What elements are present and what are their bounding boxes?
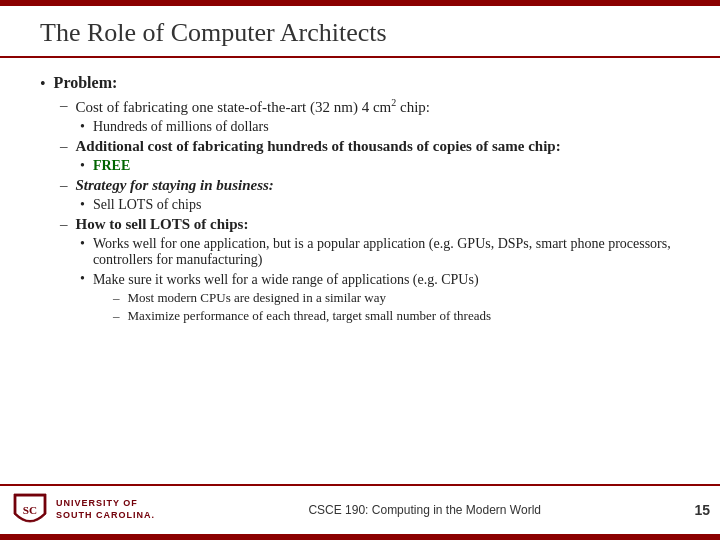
footer: SC UNIVERSITY OFSOUTH CAROLINA. CSCE 190… [0, 484, 720, 534]
sub-bullet-icon-3: • [80, 197, 85, 213]
how-to-sell-item: – How to sell LOTS of chips: [60, 216, 680, 233]
footer-page: 15 [694, 502, 710, 518]
footer-logo: SC UNIVERSITY OFSOUTH CAROLINA. [10, 490, 155, 530]
dash-icon-6: – [113, 308, 120, 324]
bullet-icon: • [40, 75, 46, 93]
popular-app-item: • Works well for one application, but is… [80, 236, 680, 268]
how-to-sell-section: – How to sell LOTS of chips: • Works wel… [60, 216, 680, 326]
how-to-sell-text: How to sell LOTS of chips: [76, 216, 249, 233]
strategy-item: – Strategy for staying in business: [60, 177, 680, 194]
sub-bullet-icon-5: • [80, 271, 85, 287]
additional-cost-item: – Additional cost of fabricating hundred… [60, 138, 680, 155]
strategy-text: Strategy for staying in business: [76, 177, 274, 194]
dash-icon: – [60, 97, 68, 114]
slide-title: The Role of Computer Architects [40, 18, 680, 48]
cpu-sub: – Most modern CPUs are designed in a sim… [113, 290, 491, 324]
problem-section: • Problem: – Cost of fabricating one sta… [40, 74, 680, 326]
free-text: FREE [93, 158, 130, 174]
modern-cpu-text: Most modern CPUs are designed in a simil… [127, 290, 386, 306]
maximize-item: – Maximize performance of each thread, t… [113, 308, 491, 324]
free-sub: • FREE [80, 158, 680, 174]
usc-name: UNIVERSITY OFSOUTH CAROLINA. [56, 498, 155, 521]
problem-item: • Problem: [40, 74, 680, 93]
sub-bullet-icon-4: • [80, 236, 85, 252]
popular-app-text: Works well for one application, but is a… [93, 236, 680, 268]
strategy-section: – Strategy for staying in business: • Se… [60, 177, 680, 213]
usc-logo-icon: SC [10, 490, 50, 530]
dash-icon-3: – [60, 177, 68, 194]
modern-cpu-item: – Most modern CPUs are designed in a sim… [113, 290, 491, 306]
cost-sub: • Hundreds of millions of dollars [80, 119, 680, 135]
dash-icon-5: – [113, 290, 120, 306]
sub-bullet-icon: • [80, 119, 85, 135]
free-item: • FREE [80, 158, 680, 174]
cost-text: Cost of fabricating one state-of-the-art… [76, 97, 430, 116]
content-area: • Problem: – Cost of fabricating one sta… [0, 58, 720, 484]
millions-item: • Hundreds of millions of dollars [80, 119, 680, 135]
sub-bullet-icon-2: • [80, 158, 85, 174]
slide: The Role of Computer Architects • Proble… [0, 0, 720, 540]
millions-text: Hundreds of millions of dollars [93, 119, 269, 135]
cost-section: – Cost of fabricating one state-of-the-a… [60, 97, 680, 135]
dash-icon-2: – [60, 138, 68, 155]
wide-range-item: • Make sure it works well for a wide ran… [80, 271, 680, 326]
maximize-text: Maximize performance of each thread, tar… [127, 308, 491, 324]
sell-sub: • Sell LOTS of chips [80, 197, 680, 213]
additional-cost-section: – Additional cost of fabricating hundred… [60, 138, 680, 174]
footer-course: CSCE 190: Computing in the Modern World [155, 503, 694, 517]
wide-range-text: Make sure it works well for a wide range… [93, 272, 479, 287]
title-area: The Role of Computer Architects [0, 6, 720, 58]
cost-item: – Cost of fabricating one state-of-the-a… [60, 97, 680, 116]
sell-text: Sell LOTS of chips [93, 197, 202, 213]
problem-label: Problem: [54, 74, 118, 92]
dash-icon-4: – [60, 216, 68, 233]
additional-cost-text: Additional cost of fabricating hundreds … [76, 138, 561, 155]
svg-text:SC: SC [23, 504, 37, 516]
how-sub: • Works well for one application, but is… [80, 236, 680, 326]
bottom-line [0, 534, 720, 540]
sell-item: • Sell LOTS of chips [80, 197, 680, 213]
